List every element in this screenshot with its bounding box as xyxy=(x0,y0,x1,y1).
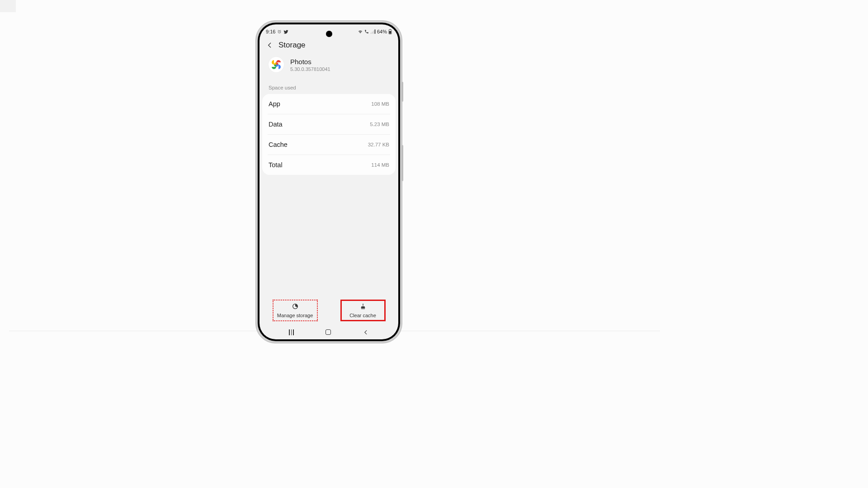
pie-chart-icon xyxy=(292,303,299,311)
page-title: Storage xyxy=(278,41,306,50)
app-version: 5.30.0.357810041 xyxy=(290,66,330,72)
clear-cache-button[interactable]: Clear cache xyxy=(340,300,386,321)
row-label: Total xyxy=(269,161,283,169)
clear-cache-label: Clear cache xyxy=(349,313,376,318)
svg-rect-2 xyxy=(390,29,391,29)
manage-storage-label: Manage storage xyxy=(277,313,313,318)
storage-row-app: App 108 MB xyxy=(268,94,390,114)
alarm-icon xyxy=(277,29,282,34)
row-value: 114 MB xyxy=(371,162,389,168)
row-value: 32.77 KB xyxy=(368,142,389,147)
broom-icon xyxy=(359,303,367,311)
app-info-block: Photos 5.30.0.357810041 xyxy=(259,56,398,80)
android-nav-bar xyxy=(259,327,398,339)
phone-side-button-upper xyxy=(401,82,403,102)
phone-device-frame: 9:16 xyxy=(255,20,402,343)
storage-row-data: Data 5.23 MB xyxy=(268,114,390,135)
wifi-icon xyxy=(358,29,363,34)
phone-side-button-lower xyxy=(401,145,403,181)
row-label: Data xyxy=(269,121,283,128)
bottom-actions: Manage storage Clear cache xyxy=(259,296,398,327)
status-battery-percent: 64% xyxy=(377,29,387,34)
storage-row-cache: Cache 32.77 KB xyxy=(268,135,390,155)
chevron-left-icon xyxy=(266,42,274,49)
app-name: Photos xyxy=(290,58,330,66)
row-label: Cache xyxy=(269,141,288,148)
corner-box xyxy=(0,0,16,12)
nav-back-button[interactable] xyxy=(363,329,369,335)
back-button[interactable] xyxy=(266,41,274,49)
screen-header: Storage xyxy=(259,37,398,56)
nav-recents-button[interactable] xyxy=(289,329,294,335)
status-time: 9:16 xyxy=(266,29,275,34)
camera-hole xyxy=(326,31,332,37)
storage-card: App 108 MB Data 5.23 MB Cache 32.77 KB T… xyxy=(262,94,396,175)
wifi-calling-icon xyxy=(364,29,369,34)
twitter-icon xyxy=(283,29,288,34)
storage-row-total: Total 114 MB xyxy=(268,155,390,175)
row-value: 5.23 MB xyxy=(370,122,389,127)
row-label: App xyxy=(269,100,280,108)
space-used-label: Space used xyxy=(259,80,398,94)
google-photos-icon xyxy=(272,60,281,69)
phone-screen: 9:16 xyxy=(259,24,398,339)
manage-storage-button[interactable]: Manage storage xyxy=(273,300,318,321)
row-value: 108 MB xyxy=(371,101,389,107)
chevron-left-icon xyxy=(363,329,369,335)
svg-rect-3 xyxy=(389,31,392,34)
battery-icon xyxy=(388,29,392,34)
signal-icon xyxy=(370,29,376,34)
app-icon xyxy=(269,57,284,72)
nav-home-button[interactable] xyxy=(326,329,331,335)
